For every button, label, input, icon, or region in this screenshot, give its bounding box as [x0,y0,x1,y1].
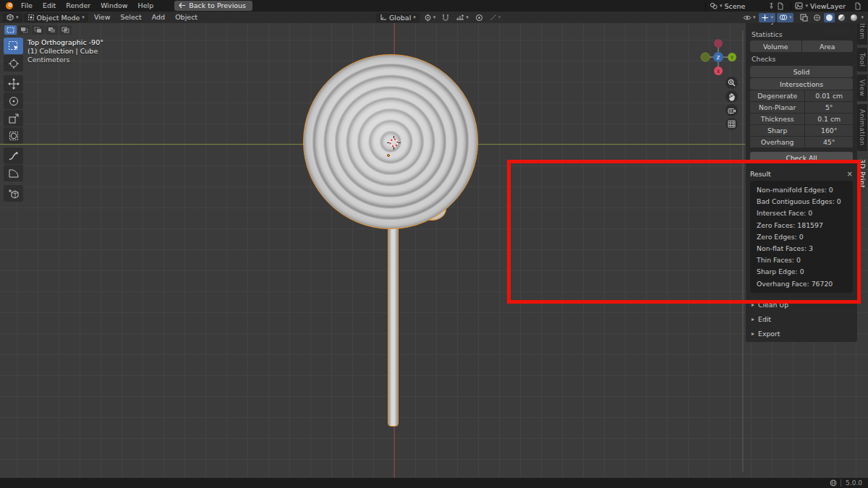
cursor-3d-icon[interactable] [387,136,401,150]
region-scrollbar[interactable] [742,30,744,472]
result-row: Zero Faces: 181597 [757,221,846,229]
scene-name[interactable]: Scene [724,2,766,10]
shading-dropdown-icon[interactable]: ▾ [861,15,864,20]
pivot-point-dropdown[interactable]: ▾ [422,13,438,22]
ortho-perspective-toggle-button[interactable] [726,118,738,130]
select-box-tool[interactable] [4,38,23,54]
transform-orientation-dropdown[interactable]: Global ▾ [376,13,420,22]
check-value[interactable]: 45° [805,137,853,147]
falloff-icon [490,14,497,21]
snap-target-dropdown[interactable]: ▾ [454,13,471,22]
shading-solid-icon [826,14,833,21]
camera-view-button[interactable] [726,104,738,116]
tab-animation[interactable]: Animation [857,104,867,150]
select-set-mode-button[interactable] [4,25,17,35]
viewport-header: ▾ Object Mode ▾ View Select Add Object G… [0,12,868,23]
sharp-check-row[interactable]: Sharp 160° [750,125,853,136]
overlays-icon [779,14,788,21]
close-icon[interactable]: × [847,171,853,178]
measure-tool[interactable] [4,165,23,181]
check-all-button[interactable]: Check All [750,152,853,163]
overlays-toggle[interactable]: ▾ [777,13,794,22]
intersections-check-button[interactable]: Intersections [750,78,853,90]
shading-material-button[interactable] [836,13,847,22]
navigation-gizmo[interactable]: Z Y X [698,36,740,78]
menu-select[interactable]: Select [116,12,145,23]
scale-tool[interactable] [4,110,23,127]
degenerate-check-row[interactable]: Degenerate 0.01 cm [750,90,853,101]
viewport-3d[interactable]: Options ▾ Top Orthographic -90° (1) Coll… [0,23,868,478]
annotate-tool[interactable] [4,147,23,164]
solid-check-button[interactable]: Solid [750,66,853,77]
editor-type-button[interactable]: ▾ [3,13,22,22]
result-row: Overhang Face: 76720 [757,280,846,288]
rotate-tool[interactable] [4,93,23,109]
overhang-check-row[interactable]: Overhang 45° [750,137,853,147]
select-invert-mode-button[interactable] [46,25,58,35]
proportional-editing-icon [475,14,483,22]
chevron-down-icon[interactable]: ▾ [720,4,723,9]
shading-solid-button[interactable] [824,13,835,22]
menu-add[interactable]: Add [148,12,169,23]
cursor-tool[interactable] [4,55,23,72]
object-origin-dot[interactable] [387,154,390,157]
transform-tool[interactable] [4,127,23,144]
menu-object[interactable]: Object [171,12,202,23]
select-intersect-mode-button[interactable] [59,25,72,35]
check-value[interactable]: 160° [805,125,853,136]
gizmos-toggle[interactable]: ▾ [759,13,775,22]
shading-wireframe-button[interactable] [812,13,822,22]
proportional-editing-toggle[interactable] [473,13,485,22]
zoom-button[interactable] [726,77,738,89]
xray-icon [800,14,808,22]
export-section-header[interactable]: ▸ Export [750,326,853,338]
non-planar-check-row[interactable]: Non-Planar 5° [750,102,853,113]
result-row: Non-manifold Edges: 0 [757,186,846,194]
proportional-falloff-dropdown[interactable]: ▾ [488,13,503,22]
menu-help[interactable]: Help [133,0,159,12]
result-row: Bad Contiguous Edges: 0 [757,197,846,205]
scene-icon[interactable] [710,2,718,10]
pan-hand-button[interactable] [726,90,738,103]
menu-file[interactable]: File [16,0,38,12]
tab-view[interactable]: View [857,74,867,101]
check-value[interactable]: 5° [805,102,853,113]
edit-section-header[interactable]: ▸ Edit [750,312,853,326]
select-extend-mode-button[interactable] [18,25,30,35]
network-globe-icon [830,479,837,487]
visibility-dropdown[interactable]: ▾ [741,13,758,22]
new-viewlayer-icon[interactable] [854,2,861,10]
snap-toggle[interactable] [440,13,451,22]
menu-window[interactable]: Window [95,0,132,12]
pin-icon[interactable] [768,2,775,9]
check-value[interactable]: 0.01 cm [805,90,853,101]
sidebar-3d-print-panel: ▾ Analyze Statistics Volume Area Checks … [746,12,857,342]
viewlayer-icon[interactable] [795,2,803,9]
axis-neg-y-handle [701,53,710,61]
visibility-icon [743,14,752,21]
add-cube-tool[interactable] [4,185,23,202]
lollipop-stick[interactable] [388,223,399,427]
new-scene-icon[interactable] [777,2,784,10]
shading-rendered-button[interactable] [848,13,859,22]
volume-button[interactable]: Volume [750,40,801,52]
tab-3d-print[interactable]: 3D Print [857,154,867,193]
check-value[interactable]: 0.1 cm [805,114,853,124]
tab-tool[interactable]: Tool [857,48,867,72]
blender-logo-icon[interactable] [5,1,14,10]
menu-view[interactable]: View [90,12,115,23]
select-subtract-mode-button[interactable] [32,25,44,35]
area-button[interactable]: Area [802,40,854,52]
chevron-down-icon[interactable]: ▾ [805,4,808,9]
menu-edit[interactable]: Edit [38,0,61,12]
thickness-check-row[interactable]: Thickness 0.1 cm [750,114,853,124]
menu-render[interactable]: Render [61,0,95,12]
select-mode-buttons [4,25,72,35]
mode-selector[interactable]: Object Mode ▾ [24,13,88,22]
viewlayer-name[interactable]: ViewLayer [810,2,852,10]
clean-up-section-header[interactable]: ▸ Clean Up [750,297,853,312]
move-tool[interactable] [4,75,23,92]
back-to-previous-button[interactable]: Back to Previous [174,1,252,11]
units-label: Centimeters [27,56,103,64]
xray-toggle[interactable] [798,13,810,22]
